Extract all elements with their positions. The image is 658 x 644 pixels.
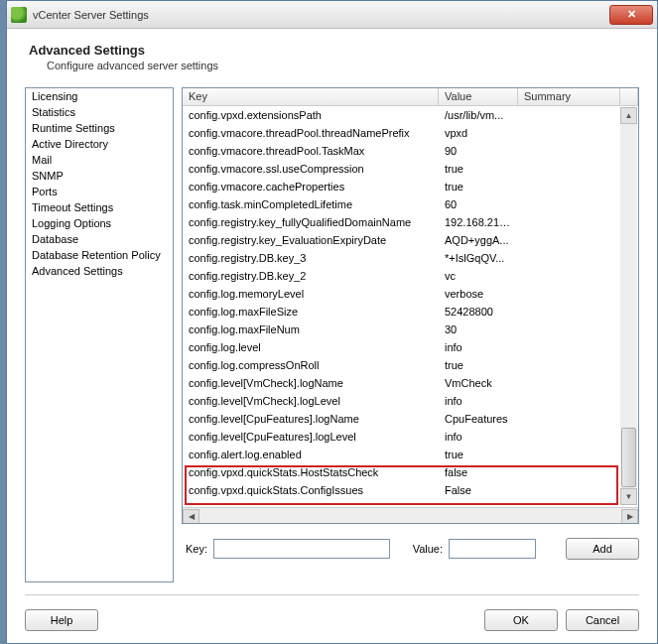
cell-value: 30 [439,322,518,336]
grid-header: Key Value Summary [183,88,638,106]
table-row[interactable]: config.level[VmCheck].logNameVmCheck [183,374,638,392]
cancel-button[interactable]: Cancel [566,609,639,631]
main-panel: Key Value Summary config.vpxd.extensions… [182,87,639,582]
content: Licensing Statistics Runtime Settings Ac… [7,79,657,582]
page-subtitle: Configure advanced server settings [29,60,635,71]
table-row[interactable]: config.alert.log.enabledtrue [183,446,638,463]
close-button[interactable]: ✕ [609,5,653,25]
cell-key: config.registry.key_EvaluationExpiryDate [183,233,439,247]
column-header-summary[interactable]: Summary [518,88,620,105]
help-button[interactable]: Help [25,609,98,631]
cell-value: /usr/lib/vm... [439,108,518,122]
cell-key: config.vmacore.cacheProperties [183,180,439,193]
scroll-down-icon[interactable]: ▼ [620,488,637,505]
sidebar-item-label: Timeout Settings [32,201,113,213]
sidebar-item-label: Ports [32,186,58,197]
grid-body[interactable]: config.vpxd.extensionsPath/usr/lib/vm...… [183,106,638,507]
cell-value: true [439,162,518,176]
table-row[interactable]: config.level[CpuFeatures].logLevelinfo [183,428,638,446]
cell-value: vc [439,269,518,283]
sidebar-item-label: SNMP [32,170,64,182]
cell-value: info [439,394,518,408]
value-input[interactable] [449,539,536,559]
cell-key: config.task.minCompletedLifetime [183,197,439,211]
cell-value: VmCheck [439,376,518,390]
cell-key: config.level[CpuFeatures].logLevel [183,430,439,444]
cell-key: config.level[CpuFeatures].logName [183,412,439,426]
sidebar-item-database[interactable]: Database [26,231,173,247]
table-row[interactable]: config.registry.DB.key_3*+IslGqQV... [183,249,638,267]
cell-key: config.level[VmCheck].logName [183,376,439,390]
cell-key: config.log.level [183,340,439,354]
cell-key: config.vpxd.extensionsPath [183,108,439,122]
cell-value: verbose [439,287,518,301]
key-input[interactable] [213,539,390,559]
table-row[interactable]: config.vmacore.ssl.useCompressiontrue [183,160,638,178]
sidebar-item-label: Advanced Settings [32,265,123,277]
sidebar-item-label: Runtime Settings [32,122,115,134]
cell-value: CpuFeatures [439,412,518,426]
scroll-track[interactable] [200,509,620,524]
column-header-value[interactable]: Value [439,88,518,105]
sidebar-item-logging-options[interactable]: Logging Options [26,215,173,231]
table-row[interactable]: config.vmacore.threadPool.TaskMax90 [183,142,638,160]
sidebar-item-label: Statistics [32,106,75,118]
table-row[interactable]: config.vpxd.quickStats.HostStatsCheckfal… [183,463,638,481]
table-row[interactable]: config.log.maxFileNum30 [183,321,638,338]
table-row[interactable]: config.log.memoryLevelverbose [183,285,638,303]
sidebar-item-ports[interactable]: Ports [26,184,173,199]
table-row[interactable]: config.log.maxFileSize52428800 [183,303,638,321]
cell-key: config.vmacore.threadPool.TaskMax [183,144,439,158]
scroll-up-icon[interactable]: ▲ [620,107,637,124]
scroll-track[interactable] [620,124,637,488]
sidebar-item-label: Licensing [32,90,77,102]
cell-key: config.vmacore.threadPool.threadNamePref… [183,126,439,140]
scroll-right-icon[interactable]: ▶ [621,509,638,524]
table-row[interactable]: config.task.minCompletedLifetime60 [183,195,638,213]
cell-value: true [439,180,518,193]
scroll-thumb[interactable] [621,428,636,487]
add-button[interactable]: Add [566,538,639,560]
table-row[interactable]: config.registry.DB.key_2vc [183,267,638,285]
sidebar-item-snmp[interactable]: SNMP [26,168,173,184]
footer: Help OK Cancel [7,595,657,643]
table-row[interactable]: config.log.compressOnRolltrue [183,356,638,374]
cell-value: 192.168.216... [439,215,518,229]
table-row[interactable]: config.vpxd.quickStats.ConfigIssuesFalse [183,481,638,499]
cell-key: config.vpxd.quickStats.HostStatsCheck [183,465,439,479]
sidebar-item-runtime-settings[interactable]: Runtime Settings [26,120,173,136]
sidebar-item-advanced-settings[interactable]: Advanced Settings [26,263,173,279]
table-row[interactable]: config.level[CpuFeatures].logNameCpuFeat… [183,410,638,428]
sidebar-item-timeout-settings[interactable]: Timeout Settings [26,199,173,215]
sidebar-item-mail[interactable]: Mail [26,152,173,168]
key-label: Key: [186,543,207,555]
cell-key: config.log.maxFileSize [183,305,439,319]
column-header-key[interactable]: Key [183,88,439,105]
table-row[interactable]: config.vmacore.threadPool.threadNamePref… [183,124,638,142]
cell-value: vpxd [439,126,518,140]
sidebar-item-database-retention-policy[interactable]: Database Retention Policy [26,247,173,263]
table-row[interactable]: config.registry.key_EvaluationExpiryDate… [183,231,638,249]
horizontal-scrollbar[interactable]: ◀ ▶ [183,507,638,524]
table-row[interactable]: config.log.levelinfo [183,338,638,356]
sidebar-item-label: Active Directory [32,138,108,150]
table-row[interactable]: config.vpxd.extensionsPath/usr/lib/vm... [183,106,638,124]
table-row[interactable]: config.registry.key_fullyQualifiedDomain… [183,213,638,231]
category-list[interactable]: Licensing Statistics Runtime Settings Ac… [25,87,174,582]
ok-button[interactable]: OK [484,609,558,631]
cell-key: config.registry.DB.key_2 [183,269,439,283]
titlebar[interactable]: vCenter Server Settings ✕ [7,1,657,29]
cell-value: true [439,358,518,372]
scroll-left-icon[interactable]: ◀ [183,509,199,524]
cell-key: config.registry.key_fullyQualifiedDomain… [183,215,439,229]
cell-value: AQD+yggA... [439,233,518,247]
cell-value: 52428800 [439,305,518,319]
table-row[interactable]: config.vmacore.cachePropertiestrue [183,178,638,195]
sidebar-item-statistics[interactable]: Statistics [26,104,173,120]
table-row[interactable]: config.level[VmCheck].logLevelinfo [183,392,638,410]
cell-value: *+IslGqQV... [439,251,518,265]
sidebar-item-label: Logging Options [32,217,111,229]
sidebar-item-licensing[interactable]: Licensing [26,88,173,104]
vertical-scrollbar[interactable]: ▲ ▼ [620,107,637,505]
sidebar-item-active-directory[interactable]: Active Directory [26,136,173,152]
